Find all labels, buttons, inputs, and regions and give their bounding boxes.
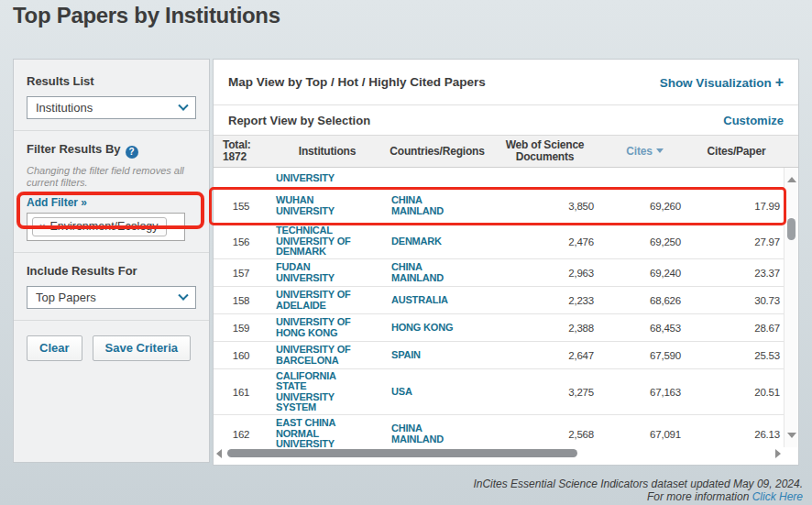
include-results-label: Include Results For [27,264,196,278]
institution-cell[interactable]: UNIVERSITY OF ADELAIDE [269,290,386,311]
cites-cell: 69,240 [601,268,688,279]
cites-per-paper-cell: 26.13 [688,429,785,440]
cites-cell: 69,260 [601,201,688,212]
results-panel: Map View by Top / Hot / Highly Cited Pap… [213,59,799,466]
more-info-text: For more information Click Here [473,490,803,503]
country-cell: CHINA MAINLAND [386,423,488,445]
remove-filter-icon[interactable]: × [39,221,45,232]
include-results-selected-value: Top Papers [36,291,96,304]
rank-cell: 162 [214,429,269,440]
page-title: Top Papers by Institutions [13,3,280,28]
wos-documents-cell: 2,388 [488,323,601,334]
table-row: 161 CALIFORNIA STATE UNIVERSITY SYSTEM U… [214,369,785,415]
table-row: 155 WUHAN UNIVERSITY CHINA MAINLAND 3,85… [214,188,785,225]
cites-per-paper-cell: 17.99 [688,201,785,212]
cites-cell: 67,091 [601,429,688,440]
results-list-label: Results List [27,74,196,88]
table-row-partial: UNIVERSITY [214,168,785,188]
table-rows: 155 WUHAN UNIVERSITY CHINA MAINLAND 3,85… [214,188,798,447]
wos-documents-cell: 2,233 [488,295,601,306]
filter-section: Filter Results By? Changing the filter f… [14,131,209,253]
table-row: 159 UNIVERSITY OF HONG KONG HONG KONG 2,… [214,314,785,342]
help-icon[interactable]: ? [126,146,138,159]
vertical-scrollbar[interactable] [784,168,798,447]
country-cell: AUSTRALIA [386,295,488,306]
rank-cell: 160 [214,350,269,361]
map-view-bar: Map View by Top / Hot / Highly Cited Pap… [214,60,798,105]
cites-per-paper-cell: 28.67 [688,323,785,334]
wos-documents-cell: 2,963 [488,268,601,279]
cites-per-paper-cell: 30.73 [688,295,785,306]
report-view-title: Report View by Selection [228,114,370,127]
wos-documents-cell: 2,568 [488,429,601,440]
horizontal-scroll-thumb[interactable] [227,449,577,457]
table-row: 156 TECHNICAL UNIVERSITY OF DENMARK DENM… [214,225,785,259]
include-results-section: Include Results For Top Papers [14,253,209,321]
institution-cell[interactable]: UNIVERSITY OF BARCELONA [269,345,386,366]
rank-cell: 161 [214,387,269,398]
click-here-link[interactable]: Click Here [752,490,803,503]
scroll-left-icon[interactable] [216,449,222,458]
results-list-select[interactable]: Institutions [27,96,196,119]
report-view-bar: Report View by Selection Customize [214,105,798,136]
col-header-institutions[interactable]: Institutions [269,146,386,158]
col-header-countries[interactable]: Countries/Regions [386,146,488,158]
customize-link[interactable]: Customize [723,114,784,127]
cites-per-paper-cell: 27.97 [688,236,785,247]
cites-cell: 67,590 [601,350,688,361]
dataset-updated-text: InCites Essential Science Indicators dat… [473,478,803,490]
country-cell: DENMARK [386,236,488,247]
show-visualization-link[interactable]: Show Visualization+ [660,74,784,91]
scroll-up-icon[interactable] [787,177,796,182]
vertical-scroll-thumb[interactable] [787,218,796,240]
scroll-down-icon[interactable] [787,433,796,438]
institution-cell: UNIVERSITY [269,171,386,184]
chevron-down-icon [178,290,188,300]
include-results-select[interactable]: Top Papers [27,286,196,309]
filter-label: Filter Results By? [27,142,196,159]
cites-cell: 68,453 [601,323,688,334]
cites-cell: 67,163 [601,387,688,398]
cites-cell: 68,626 [601,295,688,306]
cites-per-paper-cell: 23.37 [688,268,785,279]
total-header: Total: 1872 [214,139,269,163]
add-filter-link[interactable]: Add Filter » [27,196,196,209]
map-view-title: Map View by Top / Hot / Highly Cited Pap… [228,75,486,89]
country-cell: USA [386,387,488,398]
table-header: Total: 1872 Institutions Countries/Regio… [214,136,798,168]
col-header-wos-documents[interactable]: Web of Science Documents [501,139,588,163]
clear-button[interactable]: Clear [27,335,82,361]
wos-documents-cell: 2,476 [488,236,601,247]
country-cell: HONG KONG [386,323,488,334]
institution-cell[interactable]: FUDAN UNIVERSITY [269,262,386,283]
save-criteria-button[interactable]: Save Criteria [93,335,192,361]
rank-cell: 155 [214,201,269,212]
scroll-right-icon[interactable] [775,449,781,458]
country-cell: SPAIN [386,350,488,361]
rank-cell: 157 [214,268,269,279]
country-cell: CHINA MAINLAND [386,195,488,216]
plus-icon: + [775,74,784,90]
results-list-section: Results List Institutions [14,60,209,131]
cites-per-paper-cell: 25.53 [688,350,785,361]
cites-per-paper-cell: 20.51 [688,387,785,398]
institution-cell[interactable]: UNIVERSITY OF HONG KONG [269,317,386,338]
wos-documents-cell: 3,850 [488,201,601,212]
institution-cell[interactable]: EAST CHINA NORMAL UNIVERSITY [269,418,386,447]
institution-cell[interactable]: CALIFORNIA STATE UNIVERSITY SYSTEM [269,371,386,413]
table-row: 162 EAST CHINA NORMAL UNIVERSITY CHINA M… [214,415,785,447]
sidebar-buttons: Clear Save Criteria [14,321,209,376]
dataset-footer: InCites Essential Science Indicators dat… [473,478,803,503]
institution-cell[interactable]: WUHAN UNIVERSITY [269,195,386,216]
institution-cell[interactable]: TECHNICAL UNIVERSITY OF DENMARK [269,225,386,258]
col-header-cites-sorted[interactable]: Cites [601,146,688,158]
table-row: 157 FUDAN UNIVERSITY CHINA MAINLAND 2,96… [214,259,785,287]
col-header-cites-per-paper[interactable]: Cites/Paper [688,146,785,158]
wos-documents-cell: 3,275 [488,387,601,398]
filters-sidebar: Results List Institutions Filter Results… [13,59,210,463]
wos-documents-cell: 2,647 [488,350,601,361]
cites-cell: 69,250 [601,236,688,247]
table-body: UNIVERSITY 155 WUHAN UNIVERSITY CHINA MA… [214,168,798,447]
filter-field[interactable]: ×Environment/Ecology [27,213,185,241]
horizontal-scrollbar[interactable] [214,447,785,459]
